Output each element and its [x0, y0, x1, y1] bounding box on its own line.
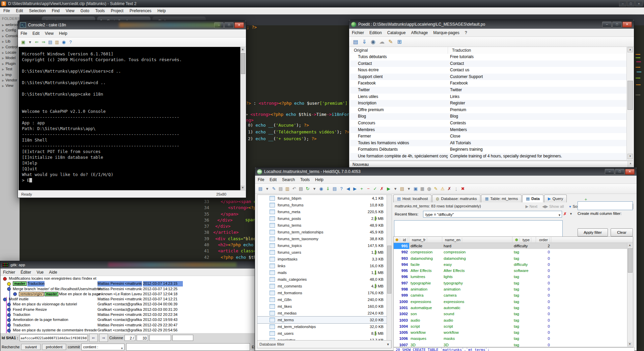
scrollbar-thumb[interactable]	[387, 246, 391, 294]
menu-item[interactable]: Help	[158, 8, 166, 13]
cancel-editing-icon[interactable]: ✗	[379, 186, 385, 191]
gitk-titlebar[interactable]: gitk: app	[0, 261, 256, 269]
heidisql-titlebar[interactable]: HS Localhost /mattrunks/mt_terms - Heidi…	[255, 168, 637, 176]
menu-item[interactable]: Find	[52, 8, 59, 13]
menu-item[interactable]: Edit	[32, 31, 39, 36]
multi-filter-input[interactable]	[578, 201, 633, 210]
panel-tab[interactable]: ◍ Database: mattrunks	[432, 195, 480, 202]
scroll-down-icon[interactable]: ▼	[627, 154, 633, 159]
refresh-icon[interactable]: ↻	[304, 186, 311, 191]
grid-row[interactable]: 1005 workflow workflow tag 0	[394, 329, 633, 335]
grid-row[interactable]: 993 datamoshing datamoshing tag 0	[394, 255, 633, 261]
menu-item[interactable]: Fichier	[352, 30, 364, 35]
grid-row[interactable]: 1003 audio audio tag 0	[394, 317, 633, 323]
delimiter-icon[interactable]: ;	[453, 186, 459, 191]
translation-row[interactable]: Twitter Twitter	[350, 87, 626, 94]
translation-row[interactable]: Blog Blog	[350, 113, 626, 120]
menu-item[interactable]: Edit	[270, 177, 277, 182]
prev-tab-icon[interactable]: ⇐	[33, 40, 40, 45]
commit-row[interactable]: Amelioration de la page formation Grafik…	[0, 317, 256, 322]
grid-row[interactable]: 1002 son sound tag 0	[394, 311, 633, 317]
translation-row[interactable]: Formations Débutants Beginners training	[350, 146, 626, 153]
paste-icon[interactable]: ▥	[284, 186, 291, 191]
previous-button[interactable]: précédent	[42, 344, 66, 350]
translation-row[interactable]: Facebook Facebook	[350, 80, 626, 87]
delete-row-icon[interactable]: −	[365, 186, 372, 191]
tree-table-item[interactable]: mt_terms 32,0 KB	[257, 317, 392, 323]
tree-table-item[interactable]: links 16,0 KB	[257, 262, 392, 269]
poedit-titlebar[interactable]: Poedit : D:\Sites\Mattrunks\app\Locale\e…	[349, 20, 634, 29]
translation-row[interactable]: Une formation complète de 4h, spécialeme…	[350, 153, 626, 160]
grid-row[interactable]: 1001 automatique automatic tag 0	[394, 305, 633, 311]
menu-item[interactable]: Selection	[29, 8, 46, 13]
warning-icon[interactable]: ⚠	[439, 186, 446, 191]
clear-button[interactable]: Clear	[611, 228, 633, 236]
grid-row[interactable]: 1000 expressions expressions tag 0	[394, 299, 633, 305]
sidebar-folder[interactable]: ▶Console	[0, 33, 20, 39]
commit-row[interactable]: Fixed iFrame Resize Grafikart <contact@g…	[0, 307, 256, 312]
menu-item[interactable]: Help	[315, 177, 324, 182]
translation-row[interactable]: Tutos débutants Free tutorials	[350, 54, 626, 60]
column-header-type[interactable]: ⬤type	[512, 237, 536, 243]
window-control-icon[interactable]: ✕	[234, 22, 244, 28]
stop-on-error-icon[interactable]: ✗	[446, 186, 453, 191]
commit-row[interactable]: Traduction Mattias Peresini <mattrunks 2…	[0, 312, 256, 317]
poedit-scrollbar[interactable]: ▲ ▼	[626, 47, 633, 160]
sha-input[interactable]	[20, 334, 88, 341]
translation-row[interactable]: Nous écrire Contact us	[350, 67, 626, 74]
scroll-down-icon[interactable]: ▼	[241, 185, 245, 190]
session-manager-icon[interactable]: ▤	[257, 186, 264, 191]
column-header-original[interactable]: Original	[350, 47, 448, 54]
history-back-icon[interactable]: ⇐	[89, 334, 98, 342]
grid-row[interactable]: 996 lumières lights tag 0	[394, 274, 633, 280]
console-scrollbar[interactable]: ▲ ▼	[240, 47, 245, 190]
sidebar-folder[interactable]: ▶webroot	[0, 22, 20, 27]
window-control-icon[interactable]: ✕	[625, 169, 635, 175]
tree-table-item[interactable]: forums_term_relationships 45,9 KB	[257, 229, 392, 235]
new-console-icon[interactable]: ▣	[20, 40, 27, 45]
scrollbar-thumb[interactable]	[628, 248, 633, 273]
info-icon[interactable]: ◉	[60, 40, 67, 45]
sidebar-folder[interactable]: ▶Controller	[0, 44, 20, 50]
database-filter-bar[interactable]: Database filter ▾	[257, 340, 391, 348]
window-control-icon[interactable]: –	[619, 1, 626, 6]
sidebar-folder[interactable]: ▶tmp	[0, 72, 20, 77]
next-tab-icon[interactable]: ⇒	[40, 40, 47, 45]
translation-row[interactable]: Fermer Close	[350, 133, 626, 140]
show-all-button[interactable]: ◀▶ Show all	[542, 204, 564, 209]
dropdown-icon[interactable]: ▾	[392, 186, 399, 191]
tree-table-item[interactable]: mt_likes 160,0 KB	[257, 303, 392, 310]
next-button[interactable]: suivant	[21, 344, 40, 350]
highlight-icon[interactable]: ✎	[432, 186, 439, 191]
user-manager-icon[interactable]: ◉	[318, 186, 325, 191]
grid-row[interactable]: 999 caméra camera tag 0	[394, 292, 633, 298]
scroll-up-icon[interactable]: ▲	[241, 47, 245, 52]
menu-item[interactable]: Vue	[36, 270, 44, 275]
dropdown-icon[interactable]: ▾	[405, 186, 412, 191]
menu-item[interactable]: ?	[465, 30, 467, 35]
last-row-icon[interactable]: ▶	[352, 186, 358, 191]
column-header-name-en[interactable]: name_en	[442, 237, 512, 243]
column-header-name-fr[interactable]: name_fr	[409, 237, 442, 243]
grid-row[interactable]: 995 After Effects After Effects software…	[394, 268, 633, 274]
sidebar-folder[interactable]: ▶Vendor	[0, 77, 20, 83]
column-header-id[interactable]: ⬤id	[394, 237, 409, 243]
grid-scrollbar[interactable]: ▲ ▼	[627, 243, 633, 347]
menu-item[interactable]: Edit	[16, 8, 23, 13]
sidebar-folder[interactable]: ▶Locale	[0, 50, 20, 55]
tree-table-item[interactable]: forums_term_taxonomy 38,8 KB	[257, 235, 392, 242]
translation-row[interactable]: Concours Contests	[350, 120, 626, 127]
kill-query-icon[interactable]: ✖	[459, 186, 466, 191]
menu-item[interactable]: View	[45, 31, 54, 36]
grid-row[interactable]: 992 compression compression tag 0	[394, 249, 633, 255]
tree-table-item[interactable]: forums_topics 147,5 KB	[257, 242, 392, 249]
copy-icon[interactable]: ▤	[277, 186, 284, 191]
dropdown-icon[interactable]: ▾	[311, 186, 318, 191]
menu-item[interactable]: Search	[282, 177, 295, 182]
commit-row[interactable]: Modif inutile Mattias Peresini <mattrunk…	[0, 297, 256, 302]
history-forward-icon[interactable]: ⇒	[99, 334, 108, 342]
commit-row[interactable]: masterTraduction Mattias Peresini <mattr…	[0, 281, 256, 286]
translation-row[interactable]: Support client Customer Support	[350, 74, 626, 80]
console-screen[interactable]: Microsoft Windows [version 6.1.7601] Cop…	[19, 47, 245, 190]
menu-item[interactable]: Tools	[95, 8, 105, 13]
